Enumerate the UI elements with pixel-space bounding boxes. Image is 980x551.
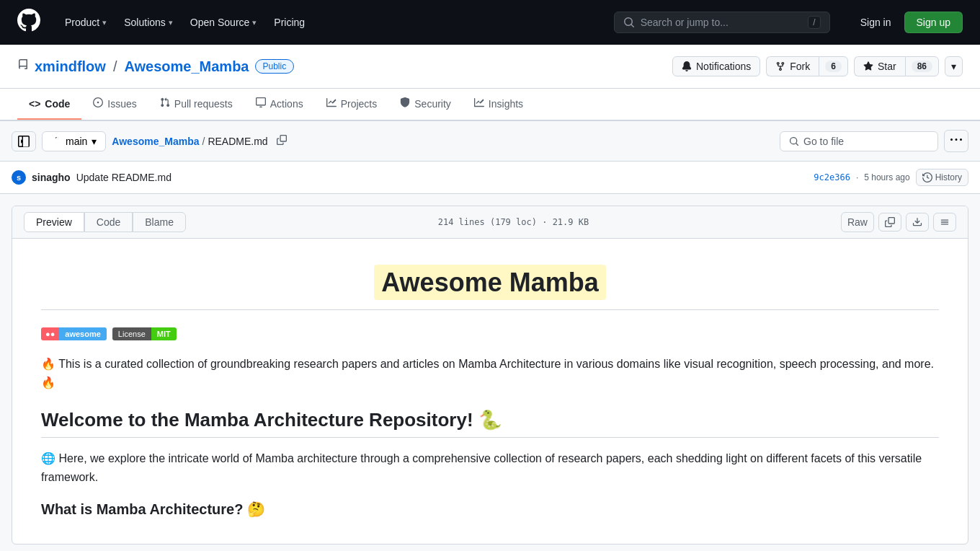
readme-description: 🔥 This is a curated collection of ground… bbox=[41, 355, 939, 392]
download-button[interactable] bbox=[906, 213, 929, 232]
awesome-badge-left: ●● bbox=[41, 327, 59, 340]
breadcrumb-repo[interactable]: Awesome_Mamba bbox=[112, 136, 199, 147]
commit-time: 5 hours ago bbox=[864, 172, 909, 182]
page-body: xmindflow / Awesome_Mamba Public Notific… bbox=[0, 45, 980, 551]
tab-insights[interactable]: Insights bbox=[463, 89, 535, 120]
tab-actions[interactable]: Actions bbox=[244, 89, 315, 120]
goto-file-box[interactable]: Go to file bbox=[780, 131, 938, 151]
readme-content: Awesome Mamba ●● awesome License MIT 🔥 T… bbox=[12, 239, 968, 544]
file-nav-left: main ▾ Awesome_Mamba / README.md bbox=[12, 131, 290, 151]
file-actions-bar: Preview Code Blame 214 lines (179 loc) ·… bbox=[12, 206, 968, 239]
projects-icon bbox=[326, 97, 337, 110]
search-kbd: / bbox=[808, 16, 820, 29]
tab-actions-label: Actions bbox=[270, 98, 303, 110]
breadcrumb-file: README.md bbox=[208, 136, 267, 147]
fork-button[interactable]: Fork bbox=[766, 56, 819, 76]
tab-pr-label: Pull requests bbox=[174, 98, 233, 110]
search-icon bbox=[623, 17, 635, 28]
commit-meta: 9c2e366 · 5 hours ago History bbox=[814, 169, 968, 186]
commit-sha[interactable]: 9c2e366 bbox=[814, 172, 850, 182]
repo-slash: / bbox=[113, 58, 117, 75]
copy-path-button[interactable] bbox=[274, 132, 290, 150]
tab-code[interactable]: <> Code bbox=[17, 89, 81, 120]
nav-solutions[interactable]: Solutions ▾ bbox=[117, 12, 180, 32]
branch-arrow: ▾ bbox=[92, 136, 97, 147]
nav-opensource-arrow: ▾ bbox=[252, 18, 257, 27]
branch-icon bbox=[51, 136, 61, 146]
breadcrumb: Awesome_Mamba / README.md bbox=[112, 136, 267, 147]
readme-what-heading: What is Mamba Architecture? 🤔 bbox=[41, 501, 939, 518]
insights-icon bbox=[474, 97, 484, 110]
copy-raw-icon bbox=[885, 217, 895, 227]
auth-buttons: Sign in Sign up bbox=[853, 12, 963, 33]
fork-count-button[interactable]: 6 bbox=[819, 56, 848, 76]
pr-icon bbox=[160, 97, 170, 110]
readme-title-highlight: Awesome Mamba bbox=[374, 265, 605, 300]
history-button[interactable]: History bbox=[916, 169, 968, 186]
outline-button[interactable] bbox=[933, 213, 956, 232]
sidebar-icon bbox=[18, 136, 30, 147]
view-tab-code[interactable]: Code bbox=[84, 212, 133, 232]
signup-button[interactable]: Sign up bbox=[904, 12, 963, 33]
commit-message: Update README.md bbox=[76, 172, 172, 183]
repo-icon bbox=[17, 59, 29, 74]
breadcrumb-separator: / bbox=[202, 136, 205, 147]
commit-info: s sinagho Update README.md bbox=[12, 170, 172, 185]
fork-icon bbox=[775, 61, 785, 71]
fork-label: Fork bbox=[790, 61, 810, 72]
nav-opensource[interactable]: Open Source ▾ bbox=[183, 12, 264, 32]
raw-button[interactable]: Raw bbox=[841, 212, 874, 232]
main-nav: Product ▾ Solutions ▾ Open Source ▾ Pric… bbox=[58, 12, 312, 32]
star-label: Star bbox=[878, 61, 896, 72]
copy-raw-button[interactable] bbox=[878, 213, 901, 232]
more-options-button[interactable]: ▾ bbox=[945, 56, 963, 76]
history-icon bbox=[922, 172, 932, 182]
readme-welcome-heading: Welcome to the Mamba Architecture Reposi… bbox=[41, 409, 939, 438]
search-container: Search or jump to... / bbox=[614, 12, 830, 33]
license-badge-right: MIT bbox=[151, 327, 177, 340]
nav-solutions-arrow: ▾ bbox=[169, 18, 173, 27]
license-badge: License MIT bbox=[112, 327, 177, 340]
view-tab-blame[interactable]: Blame bbox=[133, 212, 186, 232]
ellipsis-icon bbox=[950, 134, 962, 146]
bell-icon bbox=[682, 61, 692, 71]
nav-pricing[interactable]: Pricing bbox=[267, 12, 312, 32]
notifications-button[interactable]: Notifications bbox=[672, 56, 760, 76]
file-nav-right: Go to file bbox=[780, 130, 968, 152]
repo-tabs: <> Code Issues Pull requests Actions bbox=[0, 89, 980, 120]
tab-issues[interactable]: Issues bbox=[81, 89, 148, 120]
search-placeholder: Search or jump to... bbox=[641, 17, 803, 28]
commit-author[interactable]: sinagho bbox=[32, 172, 71, 183]
repo-owner[interactable]: xmindflow bbox=[35, 58, 106, 75]
view-tab-preview[interactable]: Preview bbox=[24, 212, 84, 232]
repo-header: xmindflow / Awesome_Mamba Public Notific… bbox=[0, 45, 980, 89]
file-viewer: Preview Code Blame 214 lines (179 loc) ·… bbox=[12, 206, 968, 545]
file-more-button[interactable] bbox=[944, 130, 968, 152]
star-count-button[interactable]: 86 bbox=[905, 56, 939, 76]
signin-button[interactable]: Sign in bbox=[853, 12, 899, 33]
tab-projects-label: Projects bbox=[341, 98, 378, 110]
awesome-badge: ●● awesome bbox=[41, 327, 107, 340]
sidebar-toggle-button[interactable] bbox=[12, 131, 36, 151]
tab-projects[interactable]: Projects bbox=[315, 89, 389, 120]
branch-selector[interactable]: main ▾ bbox=[42, 131, 106, 151]
view-tabs: Preview Code Blame bbox=[24, 212, 186, 232]
content-wrap: main ▾ Awesome_Mamba / README.md bbox=[0, 121, 980, 545]
readme-intro: 🌐 Here, we explore the intricate world o… bbox=[41, 449, 939, 486]
nav-product[interactable]: Product ▾ bbox=[58, 12, 114, 32]
star-button[interactable]: Star bbox=[854, 56, 905, 76]
copy-icon bbox=[277, 135, 287, 145]
tab-pullrequests[interactable]: Pull requests bbox=[148, 89, 244, 120]
github-logo[interactable] bbox=[17, 9, 40, 36]
repo-title: xmindflow / Awesome_Mamba Public bbox=[17, 58, 294, 75]
issues-icon bbox=[93, 97, 103, 110]
nav-pricing-label: Pricing bbox=[274, 17, 305, 28]
fork-count: 6 bbox=[825, 61, 842, 72]
avatar: s bbox=[12, 170, 26, 185]
awesome-badge-right: awesome bbox=[59, 327, 107, 340]
nav-product-arrow: ▾ bbox=[102, 18, 107, 27]
tab-security[interactable]: Security bbox=[388, 89, 463, 120]
file-nav: main ▾ Awesome_Mamba / README.md bbox=[0, 121, 980, 162]
search-box[interactable]: Search or jump to... / bbox=[614, 12, 830, 33]
repo-name[interactable]: Awesome_Mamba bbox=[124, 58, 249, 75]
